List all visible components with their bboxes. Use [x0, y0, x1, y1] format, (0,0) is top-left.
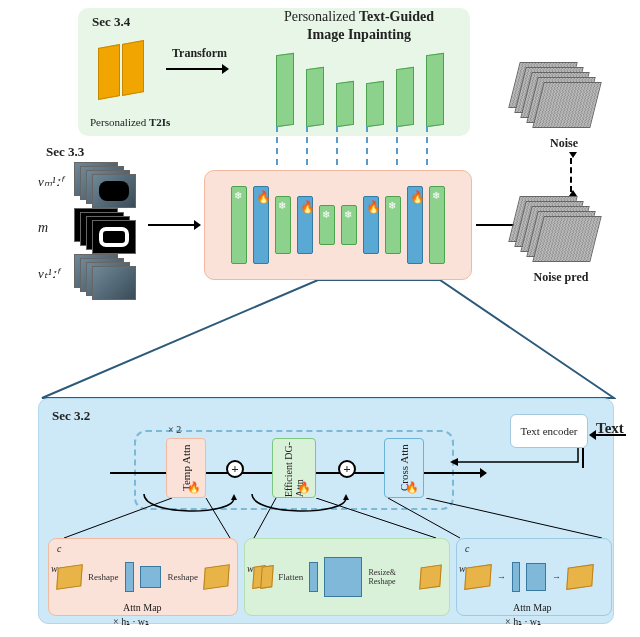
dash-link [336, 126, 338, 176]
fire-icon: 🔥 [188, 480, 201, 493]
cube-icon [260, 565, 273, 589]
cube-icon [566, 564, 594, 590]
svg-line-7 [316, 498, 436, 538]
chevron-up-icon [569, 152, 577, 158]
attn-map-tile [526, 563, 546, 591]
svg-marker-0 [42, 280, 614, 398]
noise-target-stack [514, 62, 610, 140]
fire-icon: 🔥 [406, 480, 419, 493]
text-input-label: Text [596, 420, 640, 437]
cube-icon [56, 564, 83, 590]
residual-add-1: + [226, 460, 244, 478]
dash-link [396, 126, 398, 176]
text-encoder-block: Text encoder [510, 414, 588, 448]
cross-attn-detail: c w₁ → → Attn Map × h₁ · w₁ [456, 538, 612, 616]
v-masked-symbol: vₘ¹ːᶠ [38, 174, 64, 190]
main-unet-panel: ❄ 🔥 ❄ 🔥 ❄ ❄ 🔥 ❄ 🔥 ❄ [204, 170, 472, 280]
mask-stack [74, 208, 156, 248]
attn-map-tile [140, 566, 161, 588]
inpainting-unet [260, 40, 460, 126]
title-text-bold: Text-Guided [359, 9, 434, 24]
snowflake-icon: ❄ [278, 200, 290, 212]
noise-pred-stack [514, 196, 610, 274]
snowflake-icon: ❄ [432, 190, 444, 202]
temp-attn-detail: c w₁ Reshape Reshape Attn Map × h₁ · w₁ [48, 538, 238, 616]
masked-latent-stack [74, 162, 156, 202]
dg-attn-block: 🔥 Efficient DG-Attn [272, 438, 316, 498]
svg-line-5 [206, 498, 230, 538]
title-text-1: Personalized [284, 9, 359, 24]
personalized-t2i-caption: Personalized T2Is [90, 116, 170, 128]
detail-connectors [48, 498, 608, 540]
dash-link [306, 126, 308, 176]
fire-icon: 🔥 [256, 190, 268, 202]
svg-line-9 [426, 498, 602, 538]
snowflake-icon: ❄ [234, 190, 246, 202]
dash-link [426, 126, 428, 176]
noise-link-dash [570, 158, 572, 192]
residual-add-2: + [338, 460, 356, 478]
dash-link [366, 126, 368, 176]
svg-line-8 [388, 498, 460, 538]
x2-label: × 2 [168, 424, 181, 435]
fire-icon: 🔥 [366, 200, 378, 212]
sec34-label: Sec 3.4 [92, 14, 130, 30]
fire-icon: 🔥 [410, 190, 422, 202]
fire-icon: 🔥 [298, 480, 311, 493]
personalized-t2i-stack [98, 42, 160, 112]
textenc-to-cross-arrow [450, 448, 590, 472]
svg-line-6 [254, 498, 276, 538]
transform-arrow [166, 64, 229, 74]
snowflake-icon: ❄ [344, 209, 356, 221]
dg-attn-detail: w₁ Flatten Resize& Reshape [244, 538, 450, 616]
svg-marker-3 [450, 458, 458, 466]
noise-label: Noise [534, 136, 594, 151]
snowflake-icon: ❄ [322, 209, 334, 221]
sec32-label: Sec 3.2 [52, 408, 90, 424]
svg-line-4 [64, 498, 172, 538]
zoom-projection [40, 280, 616, 402]
diagram-title: Personalized Text-Guided Image Inpaintin… [244, 8, 474, 44]
fire-icon: 🔥 [300, 200, 312, 212]
dash-link [276, 126, 278, 176]
tensor-bar [309, 562, 317, 592]
tensor-bar [125, 562, 135, 592]
inputs-to-unet-arrow [148, 220, 201, 230]
attn-map-tile [324, 557, 363, 597]
cube-icon [203, 564, 230, 590]
temp-attn-block: 🔥 Temp Attn [166, 438, 206, 498]
mask-symbol: m [38, 220, 48, 236]
cube-icon [419, 564, 442, 589]
snowflake-icon: ❄ [388, 200, 400, 212]
tensor-bar [512, 562, 520, 592]
transform-label: Transform [172, 46, 227, 61]
cube-icon [464, 564, 492, 590]
cross-attn-block: 🔥 Cross Attn [384, 438, 424, 498]
